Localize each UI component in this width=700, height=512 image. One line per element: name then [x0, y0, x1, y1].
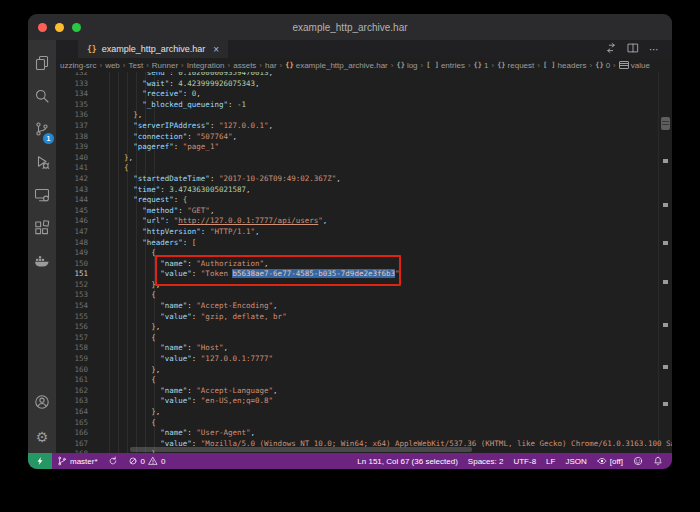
code-line[interactable]: 147 "httpVersion": "HTTP/1.1", — [56, 227, 672, 238]
line-number[interactable]: 154 — [56, 301, 97, 312]
line-number[interactable]: 141 — [56, 163, 97, 174]
code-line[interactable]: 161 { — [56, 375, 672, 386]
line-number[interactable]: 164 — [56, 407, 97, 418]
code-line[interactable]: 157 { — [56, 333, 672, 344]
activity-docker[interactable] — [28, 246, 56, 279]
statusbar-sync[interactable] — [103, 453, 123, 469]
line-number[interactable]: 135 — [56, 100, 97, 111]
breadcrumb-item-web[interactable]: web — [105, 61, 120, 70]
line-number[interactable]: 144 — [56, 195, 97, 206]
breadcrumb-item-assets[interactable]: assets — [233, 61, 256, 70]
activity-run-debug[interactable] — [28, 147, 56, 180]
code-line[interactable]: 164 }, — [56, 407, 672, 418]
open-changes-icon[interactable] — [605, 40, 617, 58]
code-line[interactable]: 153 { — [56, 290, 672, 301]
breadcrumb-item-uzzing-src[interactable]: uzzing-src — [60, 61, 96, 70]
line-number[interactable]: 162 — [56, 386, 97, 397]
statusbar-language-mode[interactable]: JSON — [560, 453, 591, 469]
line-number[interactable]: 143 — [56, 185, 97, 196]
statusbar-feedback[interactable] — [628, 453, 648, 469]
code-line[interactable]: 137 "serverIPAddress": "127.0.0.1", — [56, 121, 672, 132]
breadcrumb-item-headers[interactable]: [ ]headers — [543, 61, 587, 70]
code-line[interactable]: 163 "value": "en-US,en;q=0.8" — [56, 396, 672, 407]
code-line[interactable]: 135 "_blocked_queueing": -1 — [56, 100, 672, 111]
statusbar-problems[interactable]: 00 — [123, 453, 171, 469]
horizontal-scrollbar[interactable] — [130, 447, 472, 452]
line-number[interactable]: 167 — [56, 439, 97, 450]
breadcrumb-item-value[interactable]: value — [619, 61, 650, 70]
activity-remote-explorer[interactable] — [28, 180, 56, 213]
tab-close-icon[interactable]: × — [213, 44, 219, 55]
line-number[interactable]: 168 — [56, 449, 97, 453]
line-number[interactable]: 134 — [56, 89, 97, 100]
breadcrumb-item-log[interactable]: {}log — [396, 61, 417, 70]
code-line[interactable]: 156 }, — [56, 322, 672, 333]
code-line[interactable]: 138 "connection": "507764", — [56, 132, 672, 143]
split-editor-icon[interactable] — [627, 40, 639, 58]
line-number[interactable]: 163 — [56, 396, 97, 407]
line-number[interactable]: 149 — [56, 248, 97, 259]
line-number[interactable]: 152 — [56, 280, 97, 291]
activity-search[interactable] — [28, 81, 56, 114]
statusbar-encoding[interactable]: UTF-8 — [508, 453, 541, 469]
activity-settings[interactable]: ⚙ — [28, 420, 56, 453]
line-number[interactable]: 145 — [56, 206, 97, 217]
line-number[interactable]: 136 — [56, 110, 97, 121]
code-line[interactable]: 160 }, — [56, 365, 672, 376]
breadcrumb-item-1[interactable]: {}1 — [474, 61, 489, 70]
tab-example-http-archive[interactable]: {} example_http_archive.har × — [78, 40, 228, 58]
line-number[interactable]: 150 — [56, 259, 97, 270]
line-number[interactable]: 158 — [56, 343, 97, 354]
code-editor[interactable]: 132 "send": 0.102000009359470013,133 "wa… — [56, 72, 672, 453]
breadcrumb-item-0[interactable]: {}0 — [595, 61, 610, 70]
line-number[interactable]: 140 — [56, 153, 97, 164]
code-line[interactable]: 155 "value": "gzip, deflate, br" — [56, 312, 672, 323]
statusbar-off-indicator[interactable]: [off] — [592, 453, 628, 469]
activity-source-control[interactable]: 1 — [28, 114, 56, 147]
line-number[interactable]: 157 — [56, 333, 97, 344]
code-line[interactable]: 145 "method": "GET", — [56, 206, 672, 217]
statusbar-eol[interactable]: LF — [541, 453, 560, 469]
code-line[interactable]: 134 "receive": 0, — [56, 89, 672, 100]
code-line[interactable]: 136 }, — [56, 110, 672, 121]
line-number[interactable]: 166 — [56, 428, 97, 439]
code-line[interactable]: 146 "url": "http://127.0.0.1:7777/api/us… — [56, 216, 672, 227]
statusbar-cursor-position[interactable]: Ln 151, Col 67 (36 selected) — [352, 453, 463, 469]
statusbar-indentation[interactable]: Spaces: 2 — [463, 453, 509, 469]
line-number[interactable]: 133 — [56, 79, 97, 90]
code-line[interactable]: 166 "name": "User-Agent", — [56, 428, 672, 439]
more-actions-icon[interactable]: ⋯ — [649, 44, 660, 55]
breadcrumb-item-entries[interactable]: [ ]entries — [426, 61, 465, 70]
line-number[interactable]: 132 — [56, 72, 97, 79]
statusbar-remote-indicator[interactable] — [28, 453, 52, 469]
url-link[interactable]: http://127.0.0.1:7777/api/users — [178, 216, 318, 225]
close-button[interactable] — [38, 23, 47, 32]
code-line[interactable]: 159 "value": "127.0.0.1:7777" — [56, 354, 672, 365]
line-number[interactable]: 139 — [56, 142, 97, 153]
breadcrumb-item-example-http-archive-har[interactable]: {}example_http_archive.har — [285, 61, 388, 70]
code-line[interactable]: 162 "name": "Accept-Language", — [56, 386, 672, 397]
code-line[interactable]: 165 { — [56, 418, 672, 429]
line-number[interactable]: 160 — [56, 365, 97, 376]
line-number[interactable]: 155 — [56, 312, 97, 323]
line-number[interactable]: 138 — [56, 132, 97, 143]
vertical-scrollbar[interactable] — [661, 117, 670, 130]
code-line[interactable]: 140 }, — [56, 153, 672, 164]
line-number[interactable]: 156 — [56, 322, 97, 333]
line-number[interactable]: 161 — [56, 375, 97, 386]
line-number[interactable]: 147 — [56, 227, 97, 238]
code-line[interactable]: 148 "headers": [ — [56, 238, 672, 249]
line-number[interactable]: 137 — [56, 121, 97, 132]
code-line[interactable]: 133 "wait": 4.423999926075343, — [56, 79, 672, 90]
line-number[interactable]: 151 — [56, 269, 97, 280]
line-number[interactable]: 165 — [56, 418, 97, 429]
code-line[interactable]: 142 "startedDateTime": "2017-10-26T09:49… — [56, 174, 672, 185]
line-number[interactable]: 142 — [56, 174, 97, 185]
activity-explorer[interactable] — [28, 48, 56, 81]
breadcrumb-item-request[interactable]: {}request — [497, 61, 534, 70]
line-number[interactable]: 153 — [56, 290, 97, 301]
code-line[interactable]: 144 "request": { — [56, 195, 672, 206]
line-number[interactable]: 159 — [56, 354, 97, 365]
breadcrumb-item-har[interactable]: har — [265, 61, 277, 70]
statusbar-git-branch[interactable]: master* — [52, 453, 103, 469]
